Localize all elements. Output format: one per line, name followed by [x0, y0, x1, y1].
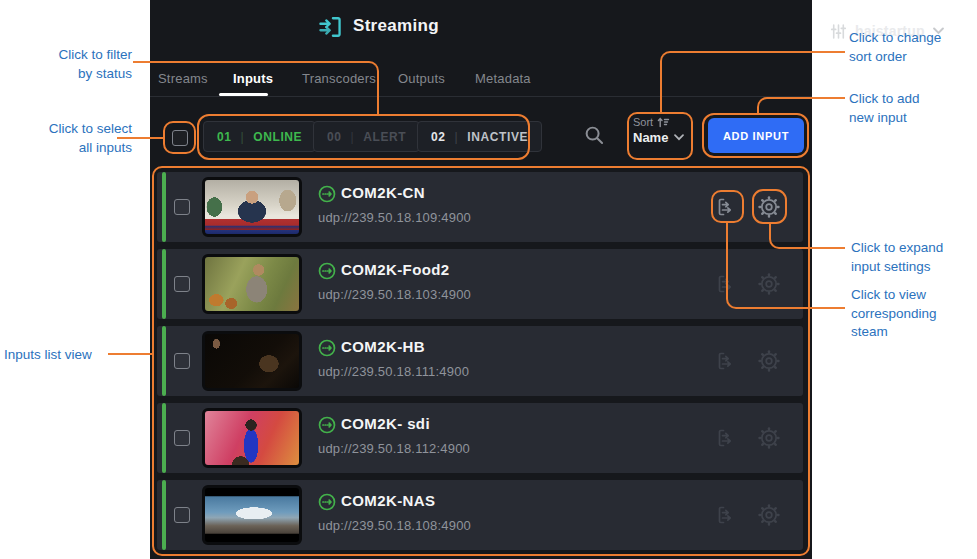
input-thumbnail: [202, 485, 302, 545]
input-row[interactable]: COM2K-NAS udp://239.50.18.108:4900: [157, 480, 803, 550]
input-url: udp://239.50.18.108:4900: [318, 518, 471, 533]
row-select-checkbox[interactable]: [174, 430, 190, 446]
view-stream-button[interactable]: [714, 349, 738, 373]
sort-ascending-icon: [657, 116, 670, 128]
row-select-checkbox[interactable]: [174, 199, 190, 215]
inactive-label: INACTIVE: [467, 130, 528, 144]
annotation-text-line: Click to select: [8, 120, 132, 139]
chip-divider: |: [241, 130, 245, 144]
annotation-text-line: Click to expand: [851, 239, 943, 258]
view-stream-button[interactable]: [714, 272, 738, 296]
status-stripe: [162, 403, 166, 473]
input-row[interactable]: COM2K-Food2 udp://239.50.18.103:4900: [157, 249, 803, 319]
annotation-label-expand-settings: Click to expand input settings: [851, 239, 943, 276]
view-stream-button[interactable]: [714, 426, 738, 450]
view-stream-button[interactable]: [714, 503, 738, 527]
row-select-checkbox[interactable]: [174, 276, 190, 292]
input-online-icon: [318, 416, 336, 434]
sort-control[interactable]: Sort Name: [633, 116, 684, 145]
settings-button[interactable]: [756, 425, 782, 451]
input-online-icon: [318, 262, 336, 280]
annotation-label-view-stream: Click to view corresponding steam: [851, 286, 937, 342]
row-select-checkbox[interactable]: [174, 507, 190, 523]
annotation-label-add-input: Click to add new input: [849, 90, 920, 127]
annotation-label-select-all: Click to select all inputs: [8, 120, 132, 157]
settings-button[interactable]: [756, 348, 782, 374]
input-url: udp://239.50.18.111:4900: [318, 364, 469, 379]
annotation-text-line: sort order: [849, 48, 941, 67]
input-row[interactable]: COM2K- sdi udp://239.50.18.112:4900: [157, 403, 803, 473]
filter-chip-online[interactable]: 01 | ONLINE: [203, 121, 316, 152]
screenshot-canvas: Streaming haistartup Streams Inputs Tran…: [0, 0, 977, 559]
annotation-text-line: Inputs list view: [4, 346, 92, 365]
annotation-label-filter-status: Click to filter by status: [8, 46, 132, 83]
streaming-logo-icon: [316, 13, 344, 41]
input-name: COM2K-CN: [341, 184, 425, 201]
tab-transcoders[interactable]: Transcoders: [302, 71, 376, 86]
status-stripe: [162, 480, 166, 550]
annotation-text-line: Click to filter: [8, 46, 132, 65]
input-url: udp://239.50.18.112:4900: [318, 441, 470, 456]
input-online-icon: [318, 493, 336, 511]
annotation-text-line: corresponding: [851, 305, 937, 324]
online-count: 01: [217, 130, 232, 144]
input-name: COM2K- sdi: [341, 415, 430, 432]
input-url: udp://239.50.18.109:4900: [318, 210, 471, 225]
input-thumbnail: [202, 177, 302, 237]
annotation-label-sort-order: Click to change sort order: [849, 29, 941, 66]
annotation-text-line: Click to change: [849, 29, 941, 48]
annotation-text-line: all inputs: [8, 139, 132, 158]
input-thumbnail: [202, 254, 302, 314]
input-name: COM2K-NAS: [341, 492, 435, 509]
settings-button[interactable]: [756, 502, 782, 528]
annotation-label-list-view: Inputs list view: [4, 346, 92, 365]
tab-metadata[interactable]: Metadata: [475, 71, 531, 86]
filter-chip-inactive[interactable]: 02 | INACTIVE: [417, 121, 542, 152]
input-url: udp://239.50.18.103:4900: [318, 287, 471, 302]
alert-count: 00: [327, 130, 342, 144]
active-tab-underline: [219, 93, 268, 96]
annotation-text-line: input settings: [851, 258, 943, 277]
callout-line-list-view: [108, 353, 152, 355]
add-input-button[interactable]: ADD INPUT: [708, 118, 804, 153]
inactive-count: 02: [431, 130, 446, 144]
view-stream-button[interactable]: [714, 195, 738, 219]
sort-label: Sort: [633, 116, 653, 128]
input-name: COM2K-HB: [341, 338, 425, 355]
input-name: COM2K-Food2: [341, 261, 450, 278]
chip-divider: |: [351, 130, 355, 144]
status-stripe: [162, 326, 166, 396]
chevron-down-icon: [674, 134, 684, 141]
settings-button[interactable]: [756, 271, 782, 297]
status-stripe: [162, 249, 166, 319]
input-thumbnail: [202, 408, 302, 468]
settings-button[interactable]: [756, 194, 782, 220]
input-row[interactable]: COM2K-HB udp://239.50.18.111:4900: [157, 326, 803, 396]
status-stripe: [162, 172, 166, 242]
filter-chip-alert[interactable]: 00 | ALERT: [313, 121, 420, 152]
tabbar-divider: [150, 96, 812, 97]
alert-label: ALERT: [363, 130, 406, 144]
input-online-icon: [318, 185, 336, 203]
page-title: Streaming: [353, 16, 439, 36]
annotation-text-line: new input: [849, 109, 920, 128]
sort-value: Name: [633, 130, 668, 145]
select-all-checkbox[interactable]: [172, 130, 188, 146]
online-label: ONLINE: [253, 130, 302, 144]
chip-divider: |: [455, 130, 459, 144]
tab-outputs[interactable]: Outputs: [398, 71, 445, 86]
input-online-icon: [318, 339, 336, 357]
input-thumbnail: [202, 331, 302, 391]
annotation-text-line: by status: [8, 65, 132, 84]
input-row[interactable]: COM2K-CN udp://239.50.18.109:4900: [157, 172, 803, 242]
annotation-text-line: Click to add: [849, 90, 920, 109]
sliders-icon: [830, 23, 847, 40]
search-icon[interactable]: [584, 125, 605, 146]
tab-streams[interactable]: Streams: [158, 71, 208, 86]
annotation-text-line: Click to view: [851, 286, 937, 305]
row-select-checkbox[interactable]: [174, 353, 190, 369]
annotation-text-line: steam: [851, 323, 937, 342]
tab-inputs[interactable]: Inputs: [233, 71, 273, 86]
